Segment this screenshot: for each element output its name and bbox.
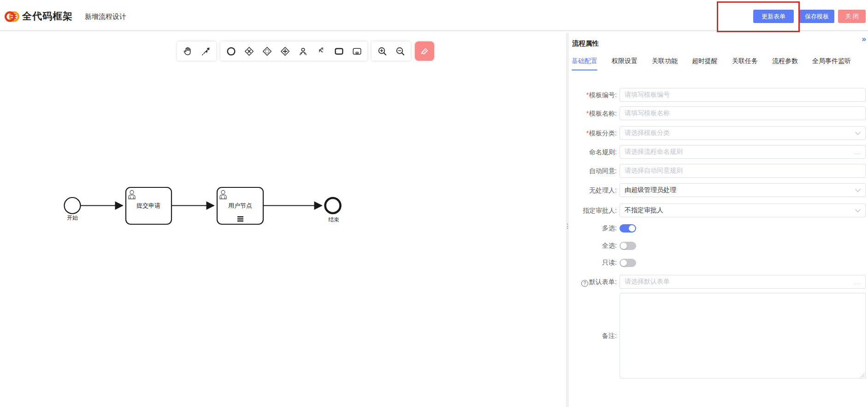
resize-grip-icon[interactable] [860, 373, 865, 378]
label-auto-agree: 自动同意: [569, 164, 617, 178]
label-multi-select: 多选: [569, 224, 617, 232]
task-node-user[interactable]: 用户节点 [217, 187, 263, 224]
task1-label: 提交申请 [136, 202, 160, 209]
chevron-down-icon [855, 186, 861, 194]
template-category-placeholder: 请选择模板分类 [625, 129, 670, 137]
update-form-button[interactable]: 更新表单 [753, 10, 794, 23]
label-select-all: 全选: [569, 241, 617, 250]
label-naming-rule: 命名规则: [569, 145, 617, 159]
basic-config-form: *模板编号:请填写模板编号*模板名称:请填写模板名称*模板分类:请选择模板分类命… [569, 33, 868, 407]
form-row-no-handler: 无处理人:由超级管理员处理 [569, 183, 868, 197]
assign-approver-value: 不指定审批人 [625, 206, 663, 215]
form-row-template-name: *模板名称:请填写模板名称 [569, 106, 868, 120]
panel-resize-handle[interactable]: ••• [567, 223, 568, 230]
ellipsis-picker-icon[interactable]: ... [854, 279, 861, 285]
close-button[interactable]: 关 闭 [838, 10, 866, 23]
end-event-node[interactable]: 结束 [325, 198, 341, 223]
form-row-multi-select: 多选: [569, 224, 868, 232]
assign-approver-select[interactable]: 不指定审批人 [620, 204, 866, 217]
required-asterisk: * [586, 91, 589, 99]
app-header: 全代码框架 新增流程设计 更新表单 保存模板 关 闭 [0, 0, 868, 31]
no-handler-select[interactable]: 由超级管理员处理 [620, 183, 866, 197]
toggle-knob [620, 243, 627, 249]
select-all-toggle[interactable] [620, 242, 636, 250]
label-assign-approver: 指定审批人: [569, 204, 617, 217]
label-template-code: *模板编号: [569, 88, 617, 102]
label-no-handler: 无处理人: [569, 183, 617, 197]
flow-designer-app: 全代码框架 新增流程设计 更新表单 保存模板 关 闭 开始 [0, 0, 868, 407]
label-remark: 备注: [569, 293, 617, 378]
properties-panel: 流程属性 » 基础配置权限设置关联功能超时提醒关联任务流程参数全局事件监听 *模… [569, 33, 868, 407]
default-form-input[interactable]: 请选择默认表单... [620, 275, 866, 289]
auto-agree-input[interactable]: 请选择自动同意规则 [620, 164, 866, 178]
save-template-button[interactable]: 保存模板 [799, 10, 834, 23]
app-logo [4, 9, 20, 24]
task-node-submit[interactable]: 提交申请 [126, 187, 171, 224]
form-row-template-code: *模板编号:请填写模板编号 [569, 88, 868, 102]
page-title: 新增流程设计 [85, 12, 126, 21]
form-row-read-only: 只读: [569, 258, 868, 267]
auto-agree-placeholder: 请选择自动同意规则 [625, 167, 683, 175]
template-category-select[interactable]: 请选择模板分类 [620, 126, 866, 140]
required-asterisk: * [586, 129, 589, 137]
default-form-placeholder: 请选择默认表单 [625, 278, 670, 286]
toggle-knob [620, 260, 627, 266]
template-code-placeholder: 请填写模板编号 [625, 91, 670, 99]
chevron-down-icon [855, 206, 861, 215]
task2-label: 用户节点 [228, 202, 252, 209]
ellipsis-picker-icon[interactable]: ... [854, 149, 861, 156]
naming-rule-placeholder: 请选择流程命名规则 [625, 148, 683, 156]
bpmn-canvas[interactable]: 开始 提交申请 用户节点 [0, 33, 566, 407]
form-row-naming-rule: 命名规则:请选择流程命名规则... [569, 145, 868, 159]
multi-select-toggle[interactable] [620, 224, 636, 233]
template-name-placeholder: 请填写模板名称 [625, 109, 670, 117]
help-icon[interactable]: ? [581, 280, 588, 287]
form-row-select-all: 全选: [569, 241, 868, 250]
naming-rule-input[interactable]: 请选择流程命名规则... [620, 145, 866, 159]
form-row-template-category: *模板分类:请选择模板分类 [569, 126, 868, 140]
no-handler-value: 由超级管理员处理 [625, 186, 676, 194]
start-event-node[interactable]: 开始 [65, 198, 81, 221]
read-only-toggle[interactable] [620, 259, 636, 267]
form-row-auto-agree: 自动同意:请选择自动同意规则 [569, 164, 868, 178]
bpmn-diagram: 开始 提交申请 用户节点 [0, 33, 566, 407]
chevron-down-icon [855, 129, 861, 137]
template-code-input[interactable]: 请填写模板编号 [620, 88, 866, 102]
label-template-name: *模板名称: [569, 106, 617, 120]
label-template-category: *模板分类: [569, 126, 617, 140]
required-asterisk: * [586, 110, 589, 117]
label-default-form: ?默认表单: [569, 275, 617, 289]
end-event-label: 结束 [328, 216, 339, 223]
brand-title: 全代码框架 [22, 10, 73, 23]
remark-textarea[interactable] [620, 293, 866, 378]
start-event-label: 开始 [67, 215, 78, 221]
form-row-remark: 备注: [569, 293, 868, 378]
form-row-assign-approver: 指定审批人:不指定审批人 [569, 204, 868, 217]
toggle-knob [629, 225, 635, 232]
label-read-only: 只读: [569, 258, 617, 267]
form-row-default-form: ?默认表单:请选择默认表单... [569, 275, 868, 289]
template-name-input[interactable]: 请填写模板名称 [620, 106, 866, 120]
